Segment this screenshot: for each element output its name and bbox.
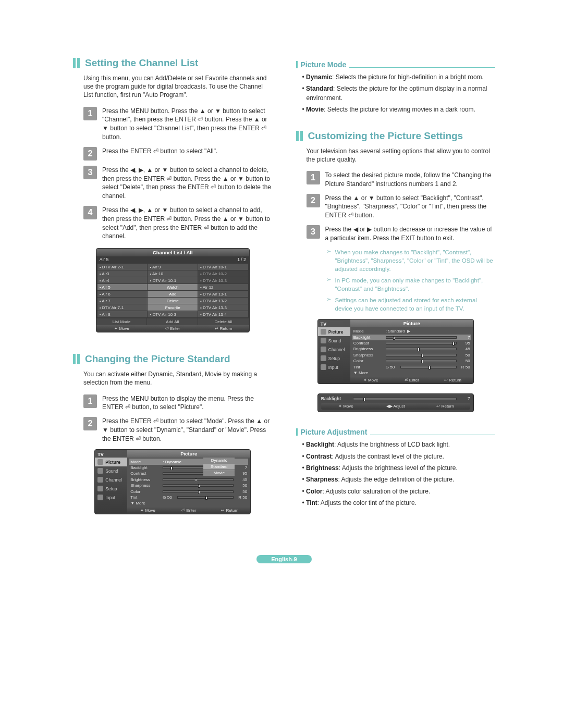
osd-side-item: Picture	[318, 327, 350, 336]
bullet-item: Standard: Selects the picture for the op…	[302, 84, 496, 103]
step-2: 2 Press the ENTER ⏎ button to select "Mo…	[83, 417, 273, 443]
section-title: Customizing the Picture Settings	[308, 130, 463, 142]
channel-cell: Add	[148, 291, 198, 297]
bullet-item: Sharpness: Adjusts the edge definition o…	[302, 475, 496, 484]
menu-icon	[321, 364, 326, 370]
step-number: 4	[83, 206, 97, 219]
osd-setting-row: Color50	[129, 488, 248, 494]
step-text: Press the MENU button. Press the ▲ or ▼ …	[102, 107, 273, 142]
channel-cell: • Air 5	[97, 284, 148, 290]
step-3: 3 Press the ◀ or ▶ button to decrease or…	[307, 225, 496, 243]
section-channel-list-header: Setting the Channel List	[73, 57, 273, 69]
channel-cell: • Air3	[97, 270, 148, 277]
osd-picture-settings: TV PictureSoundChannelSetupInput Picture…	[317, 319, 474, 384]
osd-side-item: Input	[95, 493, 127, 502]
osd-setting-row: Color50	[352, 358, 471, 364]
section-intro: Using this menu, you can Add/Delete or s…	[83, 74, 273, 100]
osd-side-item: Channel	[95, 475, 127, 484]
osd-setting-row: Brightness45	[129, 477, 248, 483]
osd-action: List Mode	[96, 318, 148, 325]
step-text: To select the desired picture mode, foll…	[325, 171, 496, 189]
channel-cell: • DTV Air 10-1	[198, 264, 248, 270]
channel-cell: • DTV Air 13-4	[198, 311, 248, 317]
channel-cell: • DTV Air 13-3	[198, 304, 248, 311]
osd-backlight-bar: Backlight 7 ✦ Move ◀▶ Adjust ↩ Return	[317, 393, 474, 412]
step-number: 3	[307, 225, 320, 239]
section-title: Setting the Channel List	[85, 57, 198, 69]
channel-cell: Delete	[148, 298, 198, 304]
step-1: 1 Press the MENU button to display the m…	[83, 394, 273, 412]
osd-action: Add All	[147, 318, 198, 325]
step-number: 1	[83, 107, 97, 120]
osd-hint: ↩ Return	[198, 325, 249, 332]
step-3: 3 Press the ◀, ▶, ▲ or ▼ button to selec…	[83, 166, 273, 201]
step-1: 1 To select the desired picture mode, fo…	[307, 171, 496, 189]
channel-cell: • DTV Air 10-3	[148, 311, 198, 317]
step-text: Press the ◀ or ▶ button to decrease or i…	[325, 225, 496, 243]
menu-icon	[97, 459, 103, 465]
tip-list: ➣When you make changes to "Backlight", "…	[326, 248, 496, 313]
step-2: 2 Press the ▲ or ▼ button to select "Bac…	[307, 194, 496, 220]
step-number: 2	[83, 147, 97, 161]
step-1: 1 Press the MENU button. Press the ▲ or …	[83, 107, 273, 142]
step-text: Press the ENTER ⏎ button to select "Mode…	[102, 417, 273, 443]
channel-cell: • DTV Air 13-2	[198, 298, 248, 304]
osd-setting-row: Sharpness50	[129, 483, 248, 488]
tip-arrow-icon: ➣	[326, 276, 331, 293]
sub-picture-adjustment: Picture Adjustment	[296, 428, 496, 436]
menu-icon	[97, 486, 103, 491]
bullet-item: Dynamic: Selects the picture for high-de…	[302, 73, 496, 82]
step-text: Press the ENTER ⏎ button to select "All"…	[102, 147, 273, 156]
osd-side-header: TV	[318, 321, 350, 327]
bullet-item: Brightness: Adjusts the brightness level…	[302, 464, 496, 473]
section-picture-standard-header: Changing the Picture Standard	[73, 353, 273, 365]
osd-side-item: Picture	[95, 458, 127, 466]
channel-cell: Favorite	[148, 304, 198, 311]
sub-picture-mode: Picture Mode	[296, 60, 496, 69]
picture-adjustment-list: Backlight: Adjusts the brightness of LCD…	[302, 440, 496, 508]
sub-title: Picture Adjustment	[301, 428, 368, 436]
osd-side-item: Channel	[318, 345, 350, 354]
page-number: English-9	[256, 555, 312, 563]
menu-icon	[97, 477, 103, 483]
menu-icon	[97, 495, 103, 500]
step-4: 4 Press the ◀, ▶, ▲ or ▼ button to selec…	[83, 206, 273, 241]
channel-cell: • Air 8	[97, 311, 148, 317]
osd-setting-row: Contrast95	[352, 340, 471, 346]
bullet-item: Backlight: Adjusts the brightness of LCD…	[302, 440, 496, 449]
tip-arrow-icon: ➣	[326, 248, 331, 273]
osd-side-item: Sound	[95, 466, 127, 475]
menu-icon	[97, 468, 103, 474]
osd-title: Channel List / All	[153, 250, 193, 255]
step-number: 2	[307, 194, 320, 207]
channel-cell: • DTV Air 10-3	[198, 277, 248, 283]
osd-subtitle: Air 5	[100, 257, 108, 262]
channel-cell: • DTV Air 10-2	[198, 270, 248, 277]
step-number: 2	[83, 417, 97, 430]
menu-icon	[321, 347, 326, 352]
picture-mode-list: Dynamic: Selects the picture for high-de…	[302, 73, 496, 115]
sub-title: Picture Mode	[301, 60, 347, 69]
section-intro: Your television has several setting opti…	[307, 147, 496, 164]
osd-setting-row: Brightness45	[352, 346, 471, 352]
channel-cell: • DTV Air 13-1	[198, 291, 248, 297]
menu-icon	[321, 338, 326, 343]
section-intro: You can activate either Dynamic, Standar…	[83, 370, 273, 387]
channel-cell: • Air4	[97, 277, 148, 283]
bullet-item: Movie: Selects the picture for viewing m…	[302, 105, 496, 114]
osd-hint: ✦ Move	[96, 325, 148, 332]
left-column: Setting the Channel List Using this menu…	[73, 57, 273, 524]
osd-side-item: Setup	[318, 354, 350, 363]
osd-picture-mode: TV PictureSoundChannelSetupInput Picture…	[94, 449, 251, 514]
bullet-item: Tint: Adjusts the color tint of the pict…	[302, 499, 496, 508]
osd-channel-list: Channel List / All Air 5 1 / 2 • DTV Air…	[96, 248, 250, 332]
step-number: 3	[83, 166, 97, 179]
osd-side-item: Setup	[95, 484, 127, 493]
step-2: 2 Press the ENTER ⏎ button to select "Al…	[83, 147, 273, 161]
osd-side-item: Input	[318, 363, 350, 372]
channel-cell: • Air 10	[148, 270, 198, 277]
channel-cell: • Air 9	[148, 264, 198, 270]
right-column: Picture Mode Dynamic: Selects the pictur…	[296, 57, 496, 524]
step-text: Press the ◀, ▶, ▲ or ▼ button to select …	[102, 166, 273, 201]
bullet-item: Contrast: Adjusts the contrast level of …	[302, 452, 496, 461]
